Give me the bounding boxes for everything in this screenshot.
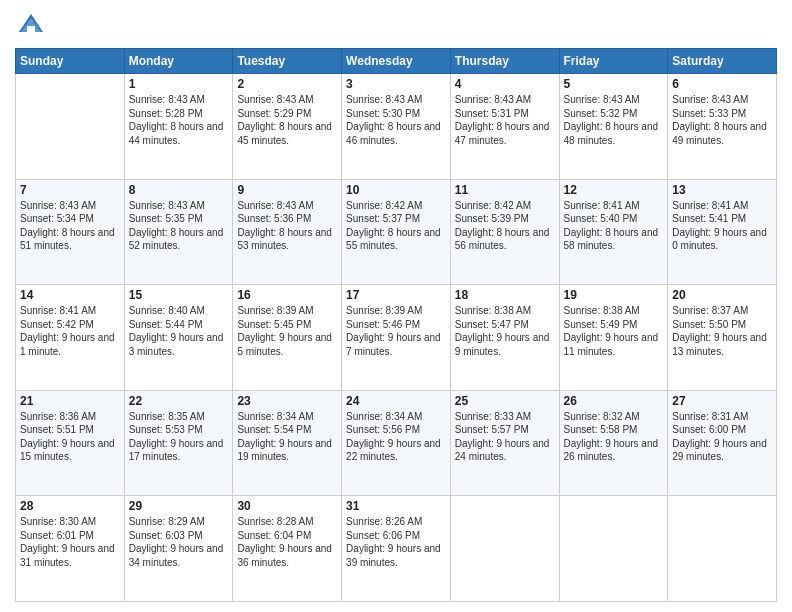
calendar-cell: 26Sunrise: 8:32 AMSunset: 5:58 PMDayligh… xyxy=(559,390,668,496)
calendar-cell: 14Sunrise: 8:41 AMSunset: 5:42 PMDayligh… xyxy=(16,285,125,391)
calendar-cell: 31Sunrise: 8:26 AMSunset: 6:06 PMDayligh… xyxy=(342,496,451,602)
header xyxy=(15,10,777,40)
day-number: 16 xyxy=(237,288,337,302)
cell-info: Sunrise: 8:43 AMSunset: 5:28 PMDaylight:… xyxy=(129,94,224,146)
day-number: 4 xyxy=(455,77,555,91)
cell-info: Sunrise: 8:43 AMSunset: 5:33 PMDaylight:… xyxy=(672,94,767,146)
cell-info: Sunrise: 8:43 AMSunset: 5:32 PMDaylight:… xyxy=(564,94,659,146)
column-header-tuesday: Tuesday xyxy=(233,49,342,74)
day-number: 14 xyxy=(20,288,120,302)
cell-info: Sunrise: 8:34 AMSunset: 5:54 PMDaylight:… xyxy=(237,411,332,463)
cell-info: Sunrise: 8:31 AMSunset: 6:00 PMDaylight:… xyxy=(672,411,767,463)
calendar-cell: 17Sunrise: 8:39 AMSunset: 5:46 PMDayligh… xyxy=(342,285,451,391)
day-number: 10 xyxy=(346,183,446,197)
cell-info: Sunrise: 8:41 AMSunset: 5:42 PMDaylight:… xyxy=(20,305,115,357)
calendar-cell: 19Sunrise: 8:38 AMSunset: 5:49 PMDayligh… xyxy=(559,285,668,391)
calendar-cell: 30Sunrise: 8:28 AMSunset: 6:04 PMDayligh… xyxy=(233,496,342,602)
cell-info: Sunrise: 8:30 AMSunset: 6:01 PMDaylight:… xyxy=(20,516,115,568)
column-header-friday: Friday xyxy=(559,49,668,74)
calendar-cell: 27Sunrise: 8:31 AMSunset: 6:00 PMDayligh… xyxy=(668,390,777,496)
calendar-week-row: 1Sunrise: 8:43 AMSunset: 5:28 PMDaylight… xyxy=(16,74,777,180)
day-number: 28 xyxy=(20,499,120,513)
cell-info: Sunrise: 8:38 AMSunset: 5:47 PMDaylight:… xyxy=(455,305,550,357)
day-number: 25 xyxy=(455,394,555,408)
svg-rect-2 xyxy=(27,26,35,32)
day-number: 22 xyxy=(129,394,229,408)
cell-info: Sunrise: 8:36 AMSunset: 5:51 PMDaylight:… xyxy=(20,411,115,463)
cell-info: Sunrise: 8:42 AMSunset: 5:39 PMDaylight:… xyxy=(455,200,550,252)
calendar-cell: 15Sunrise: 8:40 AMSunset: 5:44 PMDayligh… xyxy=(124,285,233,391)
calendar-cell: 25Sunrise: 8:33 AMSunset: 5:57 PMDayligh… xyxy=(450,390,559,496)
column-header-sunday: Sunday xyxy=(16,49,125,74)
calendar-cell: 21Sunrise: 8:36 AMSunset: 5:51 PMDayligh… xyxy=(16,390,125,496)
calendar-cell: 5Sunrise: 8:43 AMSunset: 5:32 PMDaylight… xyxy=(559,74,668,180)
cell-info: Sunrise: 8:40 AMSunset: 5:44 PMDaylight:… xyxy=(129,305,224,357)
cell-info: Sunrise: 8:43 AMSunset: 5:35 PMDaylight:… xyxy=(129,200,224,252)
calendar-cell: 8Sunrise: 8:43 AMSunset: 5:35 PMDaylight… xyxy=(124,179,233,285)
day-number: 17 xyxy=(346,288,446,302)
day-number: 26 xyxy=(564,394,664,408)
cell-info: Sunrise: 8:41 AMSunset: 5:41 PMDaylight:… xyxy=(672,200,767,252)
day-number: 8 xyxy=(129,183,229,197)
calendar-cell xyxy=(450,496,559,602)
logo-icon xyxy=(17,12,45,40)
day-number: 18 xyxy=(455,288,555,302)
day-number: 1 xyxy=(129,77,229,91)
calendar-cell xyxy=(16,74,125,180)
cell-info: Sunrise: 8:43 AMSunset: 5:30 PMDaylight:… xyxy=(346,94,441,146)
calendar-cell: 12Sunrise: 8:41 AMSunset: 5:40 PMDayligh… xyxy=(559,179,668,285)
calendar-week-row: 21Sunrise: 8:36 AMSunset: 5:51 PMDayligh… xyxy=(16,390,777,496)
page: SundayMondayTuesdayWednesdayThursdayFrid… xyxy=(0,0,792,612)
cell-info: Sunrise: 8:37 AMSunset: 5:50 PMDaylight:… xyxy=(672,305,767,357)
calendar-week-row: 28Sunrise: 8:30 AMSunset: 6:01 PMDayligh… xyxy=(16,496,777,602)
day-number: 21 xyxy=(20,394,120,408)
calendar-cell: 16Sunrise: 8:39 AMSunset: 5:45 PMDayligh… xyxy=(233,285,342,391)
cell-info: Sunrise: 8:33 AMSunset: 5:57 PMDaylight:… xyxy=(455,411,550,463)
day-number: 30 xyxy=(237,499,337,513)
day-number: 6 xyxy=(672,77,772,91)
day-number: 19 xyxy=(564,288,664,302)
calendar-cell: 9Sunrise: 8:43 AMSunset: 5:36 PMDaylight… xyxy=(233,179,342,285)
cell-info: Sunrise: 8:34 AMSunset: 5:56 PMDaylight:… xyxy=(346,411,441,463)
day-number: 3 xyxy=(346,77,446,91)
day-number: 2 xyxy=(237,77,337,91)
day-number: 20 xyxy=(672,288,772,302)
calendar-cell: 7Sunrise: 8:43 AMSunset: 5:34 PMDaylight… xyxy=(16,179,125,285)
cell-info: Sunrise: 8:43 AMSunset: 5:34 PMDaylight:… xyxy=(20,200,115,252)
column-header-wednesday: Wednesday xyxy=(342,49,451,74)
day-number: 13 xyxy=(672,183,772,197)
day-number: 12 xyxy=(564,183,664,197)
day-number: 11 xyxy=(455,183,555,197)
cell-info: Sunrise: 8:26 AMSunset: 6:06 PMDaylight:… xyxy=(346,516,441,568)
cell-info: Sunrise: 8:29 AMSunset: 6:03 PMDaylight:… xyxy=(129,516,224,568)
calendar-cell: 23Sunrise: 8:34 AMSunset: 5:54 PMDayligh… xyxy=(233,390,342,496)
day-number: 9 xyxy=(237,183,337,197)
calendar-cell: 4Sunrise: 8:43 AMSunset: 5:31 PMDaylight… xyxy=(450,74,559,180)
calendar-cell: 3Sunrise: 8:43 AMSunset: 5:30 PMDaylight… xyxy=(342,74,451,180)
day-number: 31 xyxy=(346,499,446,513)
cell-info: Sunrise: 8:35 AMSunset: 5:53 PMDaylight:… xyxy=(129,411,224,463)
cell-info: Sunrise: 8:38 AMSunset: 5:49 PMDaylight:… xyxy=(564,305,659,357)
calendar-cell: 11Sunrise: 8:42 AMSunset: 5:39 PMDayligh… xyxy=(450,179,559,285)
day-number: 23 xyxy=(237,394,337,408)
day-number: 5 xyxy=(564,77,664,91)
column-header-thursday: Thursday xyxy=(450,49,559,74)
calendar-cell: 13Sunrise: 8:41 AMSunset: 5:41 PMDayligh… xyxy=(668,179,777,285)
column-header-saturday: Saturday xyxy=(668,49,777,74)
calendar-cell: 28Sunrise: 8:30 AMSunset: 6:01 PMDayligh… xyxy=(16,496,125,602)
cell-info: Sunrise: 8:41 AMSunset: 5:40 PMDaylight:… xyxy=(564,200,659,252)
calendar-cell xyxy=(668,496,777,602)
calendar-table: SundayMondayTuesdayWednesdayThursdayFrid… xyxy=(15,48,777,602)
calendar-cell: 29Sunrise: 8:29 AMSunset: 6:03 PMDayligh… xyxy=(124,496,233,602)
cell-info: Sunrise: 8:43 AMSunset: 5:31 PMDaylight:… xyxy=(455,94,550,146)
cell-info: Sunrise: 8:32 AMSunset: 5:58 PMDaylight:… xyxy=(564,411,659,463)
calendar-cell: 18Sunrise: 8:38 AMSunset: 5:47 PMDayligh… xyxy=(450,285,559,391)
calendar-week-row: 7Sunrise: 8:43 AMSunset: 5:34 PMDaylight… xyxy=(16,179,777,285)
cell-info: Sunrise: 8:43 AMSunset: 5:29 PMDaylight:… xyxy=(237,94,332,146)
calendar-week-row: 14Sunrise: 8:41 AMSunset: 5:42 PMDayligh… xyxy=(16,285,777,391)
cell-info: Sunrise: 8:43 AMSunset: 5:36 PMDaylight:… xyxy=(237,200,332,252)
calendar-cell: 1Sunrise: 8:43 AMSunset: 5:28 PMDaylight… xyxy=(124,74,233,180)
day-number: 24 xyxy=(346,394,446,408)
column-header-monday: Monday xyxy=(124,49,233,74)
calendar-cell: 10Sunrise: 8:42 AMSunset: 5:37 PMDayligh… xyxy=(342,179,451,285)
